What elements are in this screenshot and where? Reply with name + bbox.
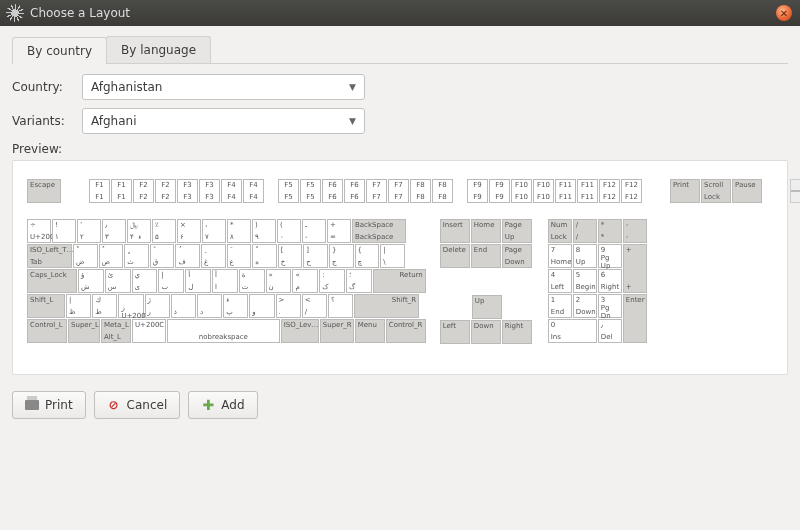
key-f: F4F4 (221, 179, 242, 203)
key-numpad: 9Pg Up (598, 244, 622, 268)
cancel-button[interactable]: ⊘ Cancel (94, 391, 181, 419)
country-value: Afghanistan (91, 80, 162, 94)
tab-by-language[interactable]: By language (106, 36, 211, 63)
key: ذ (171, 294, 196, 318)
close-icon[interactable]: ✕ (776, 5, 792, 21)
key: َع (227, 244, 252, 268)
key-numpad: 1End (548, 294, 572, 318)
key-ctrl-r: Control_R (386, 319, 426, 343)
key: ةت (239, 269, 265, 293)
key-f: F6F6 (322, 179, 343, 203)
key-space: nobreakspace (167, 319, 280, 343)
key: ٌص (99, 244, 124, 268)
key-sys: Print (670, 179, 700, 203)
key-numpad: 0Ins (548, 319, 597, 343)
key: »ن (266, 269, 292, 293)
key-numpad: NumLock (548, 219, 572, 243)
titlebar: Choose a Layout ✕ (0, 0, 800, 26)
key-f: F9F9 (467, 179, 488, 203)
key: يی (132, 269, 158, 293)
keyboard-leds (790, 179, 800, 203)
key-f: F11F11 (577, 179, 598, 203)
key: |ظ (66, 294, 91, 318)
key: ئس (105, 269, 131, 293)
key: ×۶ (177, 219, 201, 243)
country-select[interactable]: Afghanistan ▼ (82, 74, 365, 100)
key-alt-l: Meta_LAlt_L (101, 319, 131, 343)
key: ]ح (303, 244, 328, 268)
key-iso: ISO_Lev… (281, 319, 319, 343)
key-f: F10F10 (511, 179, 532, 203)
key: :ک (319, 269, 345, 293)
key: و (249, 294, 274, 318)
key-numpad: ٫Del (598, 319, 622, 343)
key: )۹ (252, 219, 276, 243)
add-label: Add (221, 398, 244, 412)
key-super-l: Super_L (68, 319, 100, 343)
window-title: Choose a Layout (30, 6, 130, 20)
print-button[interactable]: Print (12, 391, 86, 419)
key-f: F5F5 (278, 179, 299, 203)
key: [خ (278, 244, 303, 268)
tab-by-country[interactable]: By country (12, 37, 107, 64)
key-sys: Pause (732, 179, 762, 203)
key-numpad: Enter (623, 294, 647, 343)
key-f: F9F9 (489, 179, 510, 203)
key-left: Left (440, 320, 470, 344)
key-tilde: ÷U+200D (27, 219, 51, 243)
key-tab: ISO_Left_T…Tab (27, 244, 72, 268)
key-nav: Home (471, 219, 501, 243)
key-numpad: // (573, 219, 597, 243)
chevron-down-icon: ▼ (349, 82, 356, 92)
key-up: Up (472, 295, 502, 319)
key: </ (302, 294, 327, 318)
key: ءپ (223, 294, 248, 318)
key: !۱ (52, 219, 76, 243)
key: أل (185, 269, 211, 293)
cancel-label: Cancel (127, 398, 168, 412)
key: |\ (380, 244, 405, 268)
key-ctrl-l: Control_L (27, 319, 67, 343)
variants-label: Variants: (12, 114, 82, 128)
gear-icon (8, 6, 22, 20)
variants-select[interactable]: Afghani ▼ (82, 108, 365, 134)
print-label: Print (45, 398, 73, 412)
key: ٍث (124, 244, 149, 268)
key: ُف (175, 244, 200, 268)
key-menu: Menu (355, 319, 385, 343)
add-button[interactable]: ✚ Add (188, 391, 257, 419)
key-capslock: Caps_Lock (27, 269, 77, 293)
key-f: F8F8 (432, 179, 453, 203)
key-f: F4F4 (243, 179, 264, 203)
key-nav: End (471, 244, 501, 268)
key: ٬۲ (77, 219, 101, 243)
key-backspace: BackSpaceBackSpace (352, 219, 406, 243)
key: ؤش (78, 269, 104, 293)
key: ؟ (328, 294, 353, 318)
key-zwnj: U+200C (132, 319, 166, 343)
key-f: F1F1 (89, 179, 110, 203)
key-f: F3F3 (199, 179, 220, 203)
key: >. (276, 294, 301, 318)
key-numpad: 5Begin (573, 269, 597, 293)
key: ز ‎ U+200C (118, 294, 143, 318)
key: كط (92, 294, 117, 318)
variants-value: Afghani (91, 114, 137, 128)
key-super-r: Super_R (320, 319, 354, 343)
key-numpad: 2Down (573, 294, 597, 318)
chevron-down-icon: ▼ (349, 116, 356, 126)
key-f: F2F2 (133, 179, 154, 203)
key-numpad: ** (598, 219, 622, 243)
preview-label: Preview: (12, 142, 788, 156)
key-shift-l: Shift_L (27, 294, 65, 318)
key: ؛گ (346, 269, 372, 293)
key: ،۷ (202, 219, 226, 243)
key-numpad: -- (623, 219, 647, 243)
key-f: F2F2 (155, 179, 176, 203)
key: ْض (73, 244, 98, 268)
key-numpad: 8Up (573, 244, 597, 268)
key-escape: Escape (27, 179, 61, 203)
key-numpad: 7Home (548, 244, 572, 268)
key-f: F3F3 (177, 179, 198, 203)
key-f: F12F12 (621, 179, 642, 203)
